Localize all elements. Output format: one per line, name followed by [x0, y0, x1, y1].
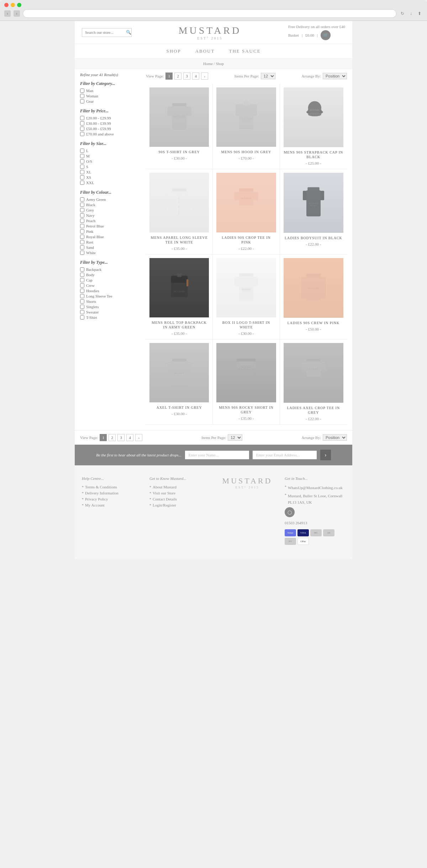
filter-grey[interactable]: Grey	[80, 208, 141, 212]
bottom-page-btn-4[interactable]: 4	[126, 434, 133, 441]
product-4[interactable]: MUSTARD LADIES 90S CROP TEE IN PINK - £2…	[213, 169, 280, 254]
filter-long-sleeve[interactable]: Long Sleeve Tee	[80, 294, 141, 298]
filter-hoodies[interactable]: Hoodies	[80, 289, 141, 293]
filter-size-XS[interactable]: XS	[80, 175, 141, 180]
filter-size-M-checkbox[interactable]	[80, 154, 84, 158]
filter-singlets[interactable]: Singlets	[80, 305, 141, 309]
product-1[interactable]: MUSTARD MENS 90S HOOD IN GREY - £70.00 -	[213, 84, 280, 169]
product-3[interactable]: MUSTARD APPAREL MENS APAREL LONG SLEEVE …	[146, 169, 213, 254]
filter-rust[interactable]: Rust	[80, 240, 141, 244]
footer-link-terms[interactable]: * Terms & Conditions	[82, 485, 142, 489]
filter-price-1-checkbox[interactable]	[80, 121, 84, 125]
basket-icon[interactable]: 🛒	[321, 30, 331, 40]
filter-peach-checkbox[interactable]	[80, 219, 84, 223]
filter-price-2-checkbox[interactable]	[80, 127, 84, 131]
filter-sweater[interactable]: Sweater	[80, 310, 141, 314]
filter-size-XXL-checkbox[interactable]	[80, 181, 84, 185]
download-icon[interactable]: ↓	[408, 10, 414, 17]
bottom-per-page-select[interactable]: 12 24 48	[228, 434, 242, 441]
filter-man-checkbox[interactable]	[80, 89, 84, 93]
newsletter-name-input[interactable]	[185, 451, 249, 459]
per-page-select[interactable]: 12 24 48	[261, 73, 275, 79]
filter-pink-checkbox[interactable]	[80, 229, 84, 234]
footer-link-about-text[interactable]: About Mustard	[153, 485, 176, 489]
filter-price-0[interactable]: £20.00 - £29.99	[80, 116, 141, 120]
filter-backpack-checkbox[interactable]	[80, 267, 84, 272]
newsletter-email-input[interactable]	[253, 451, 317, 459]
bottom-arrange-by-select[interactable]: Position Name Price	[323, 434, 347, 441]
footer-instagram-icon[interactable]: ◯	[285, 507, 295, 517]
filter-hoodies-checkbox[interactable]	[80, 289, 84, 293]
filter-tshirt[interactable]: T-Shirt	[80, 315, 141, 320]
filter-black[interactable]: Black	[80, 203, 141, 207]
footer-link-store[interactable]: * Visit our Store	[149, 491, 210, 495]
filter-size-XL-checkbox[interactable]	[80, 170, 84, 174]
footer-link-delivery-text[interactable]: Delivery Information	[85, 491, 118, 495]
filter-royal-blue-checkbox[interactable]	[80, 235, 84, 239]
page-btn-4[interactable]: 4	[192, 73, 199, 80]
maximize-dot[interactable]	[17, 3, 21, 7]
share-icon[interactable]: ⬆	[416, 10, 423, 17]
filter-size-L-checkbox[interactable]	[80, 149, 84, 153]
product-11[interactable]: MUSTARD LADIES AXEL CROP TEE IN GREY - £…	[280, 339, 347, 425]
footer-link-terms-text[interactable]: Terms & Conditions	[85, 485, 117, 489]
page-btn-1[interactable]: 1	[165, 73, 173, 80]
product-10[interactable]: MUSTARD MENS 90S ROCKY SHORT IN GREY - £…	[213, 339, 280, 425]
nav-shop[interactable]: SHOP	[166, 48, 181, 54]
nav-about[interactable]: ABOUT	[195, 48, 215, 54]
filter-white-checkbox[interactable]	[80, 251, 84, 255]
filter-backpack[interactable]: Backpack	[80, 267, 141, 272]
filter-petrol-blue-checkbox[interactable]	[80, 224, 84, 228]
filter-pink[interactable]: Pink	[80, 229, 141, 234]
bottom-page-btn-next[interactable]: ›	[135, 434, 142, 441]
filter-price-3-checkbox[interactable]	[80, 132, 84, 136]
filter-size-XXL[interactable]: XXL	[80, 181, 141, 185]
product-7[interactable]: MUSTARD BOX II LOGO T-SHIRT IN WHITE - £…	[213, 254, 280, 339]
footer-link-delivery[interactable]: * Delivery Information	[82, 491, 142, 495]
filter-crew-checkbox[interactable]	[80, 283, 84, 288]
filter-peach[interactable]: Peach	[80, 219, 141, 223]
footer-link-contact-text[interactable]: Contact Details	[153, 497, 177, 501]
page-btn-3[interactable]: 3	[183, 73, 190, 80]
filter-sand[interactable]: Sand	[80, 245, 141, 250]
filter-navy[interactable]: Navy	[80, 213, 141, 218]
filter-crew[interactable]: Crew	[80, 283, 141, 288]
filter-rust-checkbox[interactable]	[80, 240, 84, 244]
product-5[interactable]: MUSTARD EST 2015 LADIES BODYSUIT IN BLAC…	[280, 169, 347, 254]
filter-size-S-checkbox[interactable]	[80, 165, 84, 169]
forward-button[interactable]: ›	[14, 10, 20, 17]
product-2[interactable]: MUSTARD MENS 90S STRAPBACK CAP IN BLACK …	[280, 84, 347, 169]
filter-price-1[interactable]: £30.00 - £39.99	[80, 121, 141, 125]
back-button[interactable]: ‹	[4, 10, 11, 17]
filter-army-green-checkbox[interactable]	[80, 197, 84, 202]
filter-army-green[interactable]: Army Green	[80, 197, 141, 202]
product-6[interactable]: MUSTARD MENS ROLL TOP BACKPACK IN ARMY G…	[146, 254, 213, 339]
footer-link-login-text[interactable]: Login/Register	[153, 503, 176, 507]
product-0[interactable]: MUSTARD 90S T-SHIRT IN GREY - £30.00 -	[146, 84, 213, 169]
filter-woman-checkbox[interactable]	[80, 94, 84, 98]
reload-icon[interactable]: ↻	[399, 10, 406, 17]
filter-shorts-checkbox[interactable]	[80, 299, 84, 304]
footer-link-store-text[interactable]: Visit our Store	[153, 491, 175, 495]
filter-body[interactable]: Body	[80, 273, 141, 277]
footer-link-login[interactable]: * Login/Register	[149, 503, 210, 507]
filter-cap-checkbox[interactable]	[80, 278, 84, 282]
filter-petrol-blue[interactable]: Petrol Blue	[80, 224, 141, 228]
filter-size-XS-checkbox[interactable]	[80, 175, 84, 180]
filter-singlets-checkbox[interactable]	[80, 305, 84, 309]
filter-price-3[interactable]: £70.00 and above	[80, 132, 141, 136]
arrange-by-select[interactable]: Position Name Price	[323, 73, 347, 79]
filter-size-L[interactable]: L	[80, 149, 141, 153]
filter-grey-checkbox[interactable]	[80, 208, 84, 212]
filter-shorts[interactable]: Shorts	[80, 299, 141, 304]
footer-link-account-text[interactable]: My Account	[85, 503, 105, 507]
footer-link-account[interactable]: * My Account	[82, 503, 142, 507]
filter-price-2[interactable]: £50.00 - £59.99	[80, 127, 141, 131]
filter-navy-checkbox[interactable]	[80, 213, 84, 218]
filter-gear[interactable]: Gear	[80, 99, 141, 103]
filter-white[interactable]: White	[80, 251, 141, 255]
product-8[interactable]: MUSTARD LADIES 90S CREW IN PINK - £50.00…	[280, 254, 347, 339]
filter-tshirt-checkbox[interactable]	[80, 315, 84, 320]
filter-price-0-checkbox[interactable]	[80, 116, 84, 120]
footer-link-contact[interactable]: * Contact Details	[149, 497, 210, 501]
